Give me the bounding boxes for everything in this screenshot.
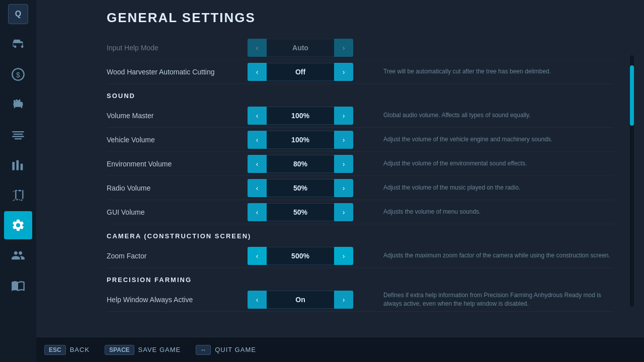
ctrl-right-btn[interactable]: › <box>334 39 353 57</box>
sidebar-item-map[interactable] <box>4 181 32 209</box>
ctrl-left-volume-master[interactable]: ‹ <box>248 107 267 125</box>
ctrl-right-zoom-factor[interactable]: › <box>334 247 353 265</box>
setting-row-help-window: Help Window Always Active ‹ On › Defines… <box>107 288 614 312</box>
ctrl-right-volume-master[interactable]: › <box>334 107 353 125</box>
ctrl-right-radio-volume[interactable]: › <box>334 179 353 197</box>
ctrl-value: Auto <box>267 39 334 57</box>
sidebar-item-settings[interactable] <box>4 211 32 239</box>
ctrl-value-zoom-factor: 500% <box>267 247 334 265</box>
setting-row-zoom-factor: Zoom Factor ‹ 500% › Adjusts the maximum… <box>107 244 614 268</box>
setting-control: ‹ 80% › <box>248 155 353 173</box>
ctrl-value-gui-volume: 50% <box>267 203 334 221</box>
sidebar-item-guide[interactable] <box>4 272 32 300</box>
setting-desc-volume-master: Global audio volume. Affects all types o… <box>353 111 614 120</box>
setting-desc-vehicle-volume: Adjust the volume of the vehicle engine … <box>353 135 614 144</box>
setting-label: Input Help Mode <box>107 44 248 52</box>
setting-label-environment-volume: Environment Volume <box>107 160 248 168</box>
section-header-sound: SOUND <box>107 92 614 100</box>
section-header-camera: CAMERA (CONSTRUCTION SCREEN) <box>107 232 614 240</box>
setting-label-radio-volume: Radio Volume <box>107 184 248 192</box>
setting-label-gui-volume: GUI Volume <box>107 208 248 216</box>
settings-area[interactable]: Input Help Mode ‹ Auto › Wood Harvester … <box>107 36 624 337</box>
space-key-badge: SPACE <box>105 345 134 355</box>
esc-key-badge: ESC <box>44 345 66 355</box>
svg-rect-4 <box>21 164 23 170</box>
sidebar-item-production[interactable] <box>4 151 32 179</box>
ctrl-value-volume-master: 100% <box>267 107 334 125</box>
setting-row-volume-master: Volume Master ‹ 100% › Global audio volu… <box>107 104 614 128</box>
bottom-bar: ESC BACK SPACE SAVE GAME ↔ QUIT GAME <box>0 337 644 362</box>
setting-control: ‹ Off › <box>248 63 353 81</box>
setting-row-environment-volume: Environment Volume ‹ 80% › Adjust the vo… <box>107 152 614 176</box>
svg-text:$: $ <box>16 71 20 79</box>
ctrl-left-gui-volume[interactable]: ‹ <box>248 203 267 221</box>
q-key[interactable]: Q <box>8 4 28 24</box>
setting-control: ‹ On › <box>248 291 353 309</box>
main-content: GENERAL SETTINGS Input Help Mode ‹ Auto … <box>36 0 644 342</box>
setting-row-vehicle-volume: Vehicle Volume ‹ 100% › Adjust the volum… <box>107 128 614 152</box>
svg-rect-3 <box>17 160 19 170</box>
setting-row-radio-volume: Radio Volume ‹ 50% › Adjust the volume o… <box>107 176 614 200</box>
setting-control: ‹ 100% › <box>248 107 353 125</box>
ctrl-right-gui-volume[interactable]: › <box>334 203 353 221</box>
setting-desc-gui-volume: Adjusts the volume of menu sounds. <box>353 208 614 216</box>
setting-row-wood-harvester: Wood Harvester Automatic Cutting ‹ Off ›… <box>107 60 614 84</box>
ctrl-value-wood-harvester: Off <box>267 63 334 81</box>
svg-rect-2 <box>12 162 15 170</box>
setting-control: ‹ 50% › <box>248 179 353 197</box>
setting-desc-environment-volume: Adjust the volume of the environmental s… <box>353 159 614 168</box>
ctrl-right-wood-harvester[interactable]: › <box>334 63 353 81</box>
save-game-label: SAVE GAME <box>138 346 181 353</box>
quit-key-badge: ↔ <box>196 345 211 355</box>
setting-desc-zoom-factor: Adjusts the maximum zoom factor of the c… <box>353 251 614 260</box>
section-header-precision-farming: PRECISION FARMING <box>107 276 614 284</box>
ctrl-left-radio-volume[interactable]: ‹ <box>248 179 267 197</box>
setting-control: ‹ 500% › <box>248 247 353 265</box>
ctrl-left-wood-harvester[interactable]: ‹ <box>248 63 267 81</box>
ctrl-left-btn[interactable]: ‹ <box>248 39 267 57</box>
setting-control: ‹ 100% › <box>248 131 353 149</box>
setting-desc-radio-volume: Adjust the volume of the music played on… <box>353 184 614 192</box>
scrollbar-thumb[interactable] <box>630 65 634 126</box>
ctrl-right-environment-volume[interactable]: › <box>334 155 353 173</box>
setting-label-zoom-factor: Zoom Factor <box>107 252 248 260</box>
ctrl-value-help-window: On <box>267 291 334 309</box>
setting-label-help-window: Help Window Always Active <box>107 296 248 304</box>
setting-control: ‹ 50% › <box>248 203 353 221</box>
sidebar-item-animals[interactable] <box>4 90 32 119</box>
ctrl-right-vehicle-volume[interactable]: › <box>334 131 353 149</box>
ctrl-right-help-window[interactable]: › <box>334 291 353 309</box>
setting-control: ‹ Auto › <box>248 39 353 57</box>
back-action[interactable]: ESC BACK <box>44 345 90 355</box>
save-game-action[interactable]: SPACE SAVE GAME <box>105 345 181 355</box>
setting-label-vehicle-volume: Vehicle Volume <box>107 136 248 144</box>
setting-row-gui-volume: GUI Volume ‹ 50% › Adjusts the volume of… <box>107 200 614 224</box>
ctrl-value-vehicle-volume: 100% <box>267 131 334 149</box>
back-label: BACK <box>70 346 90 353</box>
setting-desc-wood-harvester: Tree will be automatically cut after the… <box>353 67 614 76</box>
ctrl-left-help-window[interactable]: ‹ <box>248 291 267 309</box>
ctrl-left-vehicle-volume[interactable]: ‹ <box>248 131 267 149</box>
quit-game-action[interactable]: ↔ QUIT GAME <box>196 345 256 355</box>
sidebar: Q $ <box>0 0 36 362</box>
page-title: GENERAL SETTINGS <box>107 10 624 26</box>
scrollbar-track[interactable] <box>630 55 634 307</box>
sidebar-item-tractor[interactable] <box>4 30 32 58</box>
sidebar-item-multiplayer[interactable] <box>4 241 32 269</box>
setting-label: Wood Harvester Automatic Cutting <box>107 68 248 76</box>
sidebar-item-money[interactable]: $ <box>4 60 32 88</box>
setting-desc-help-window: Defines if extra help information from P… <box>353 291 614 308</box>
ctrl-left-zoom-factor[interactable]: ‹ <box>248 247 267 265</box>
sidebar-item-field[interactable] <box>4 121 32 149</box>
ctrl-value-environment-volume: 80% <box>267 155 334 173</box>
ctrl-value-radio-volume: 50% <box>267 179 334 197</box>
quit-game-label: QUIT GAME <box>215 346 256 353</box>
setting-row-input-help: Input Help Mode ‹ Auto › <box>107 36 614 60</box>
setting-label-volume-master: Volume Master <box>107 112 248 120</box>
ctrl-left-environment-volume[interactable]: ‹ <box>248 155 267 173</box>
